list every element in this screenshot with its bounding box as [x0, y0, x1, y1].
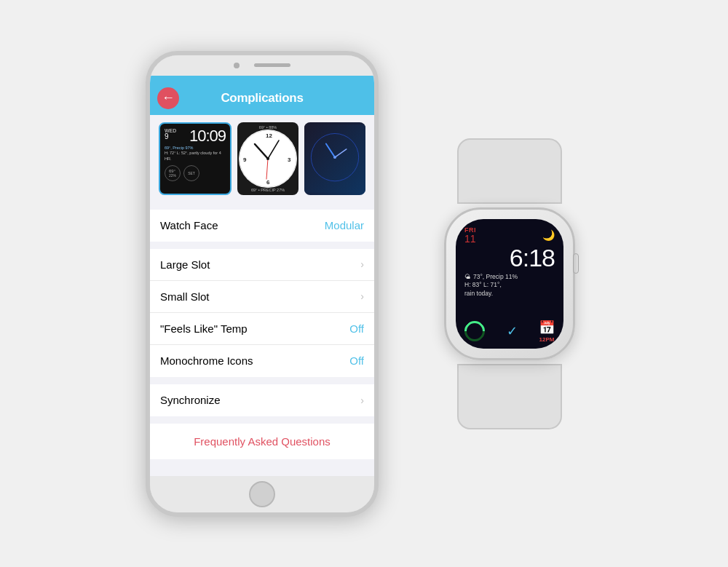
preview-time: 10:09 — [189, 128, 226, 144]
analog-clock-face: 12 3 6 9 — [239, 130, 297, 188]
watch-crown — [573, 253, 579, 274]
large-slot-label: Large Slot — [160, 258, 210, 271]
watch-preview-blue[interactable] — [304, 122, 365, 195]
watch-band-top — [457, 138, 562, 204]
scene: ← Complications WED 9 10:09 69°, — [0, 0, 728, 567]
monochrome-row[interactable]: Monochrome Icons Off — [150, 345, 374, 377]
faq-link[interactable]: Frequently Asked Questions — [194, 435, 331, 448]
complication-pct: 22% — [169, 173, 176, 178]
monochrome-value: Off — [349, 354, 364, 367]
watch-day-date: FRI 11 — [464, 226, 476, 244]
watch-moon-icon: 🌙 — [542, 229, 555, 241]
watch-band-bottom — [457, 364, 562, 429]
calendar-time: 12PM — [539, 336, 555, 343]
iphone-bottom-bar — [150, 476, 374, 512]
header-title: Complications — [221, 91, 303, 106]
svg-point-13 — [333, 156, 336, 159]
weather-icon: 🌤 — [464, 273, 471, 282]
calendar-icon: 📅 — [539, 320, 555, 336]
iphone-device: ← Complications WED 9 10:09 69°, — [146, 51, 379, 517]
feels-like-row[interactable]: "Feels Like" Temp Off — [150, 313, 374, 345]
section-gap-3 — [150, 377, 374, 384]
back-icon: ← — [162, 90, 175, 106]
header-top-strip — [150, 76, 374, 82]
complication-1: 69°22% — [165, 165, 181, 181]
preview-weather: 69°, Precip 97% H: 72° L: 52°, partly cl… — [165, 146, 226, 162]
preview-bottom: 69°22% SET — [165, 165, 226, 181]
watch-preview-modular[interactable]: WED 9 10:09 69°, Precip 97% H: 72° L: 52… — [159, 122, 232, 195]
watch-previews: WED 9 10:09 69°, Precip 97% H: 72° L: 52… — [150, 115, 374, 202]
weather-temp: 73°, Precip 11% — [473, 273, 518, 282]
watch-face-row[interactable]: Watch Face Modular — [150, 210, 374, 242]
app-header: ← Complications — [150, 82, 374, 115]
watch-face-label: Watch Face — [160, 219, 218, 231]
synchronize-chevron: › — [360, 394, 364, 406]
checkmark-icon: ✓ — [507, 323, 518, 339]
watch-weather-3: rain today. — [464, 290, 555, 298]
monochrome-label: Monochrome Icons — [160, 354, 253, 367]
svg-text:9: 9 — [243, 156, 247, 163]
section-gap-2 — [150, 242, 374, 249]
synchronize-label: Synchronize — [160, 394, 221, 406]
speaker-grille — [254, 63, 290, 67]
analog-temp-bottom: 69° • PRECIP 27% — [237, 188, 298, 192]
iphone-top-bar — [150, 55, 374, 76]
watch-case: FRI 11 🌙 6:18 🌤 73°, Precip 11% H: 83° L… — [444, 207, 575, 360]
watch-top-row: FRI 11 🌙 — [464, 226, 555, 244]
synchronize-row[interactable]: Synchronize › — [150, 384, 374, 416]
preview-weather-detail: H: 72° L: 52°, partly cloudy for 4 HR. — [165, 151, 226, 162]
watch-date: 11 — [464, 234, 476, 244]
watch-body: FRI 11 🌙 6:18 🌤 73°, Precip 11% H: 83° L… — [437, 197, 582, 371]
svg-text:12: 12 — [266, 132, 272, 139]
watch-bottom-row: ✓ 📅 12PM — [464, 320, 555, 343]
watch-preview-analog[interactable]: 69° • 88% 12 3 6 9 — [237, 122, 298, 195]
small-slot-row[interactable]: Small Slot › — [150, 281, 374, 313]
section-gap-1 — [150, 202, 374, 210]
complication-2: SET — [183, 165, 199, 181]
watch-screen: FRI 11 🌙 6:18 🌤 73°, Precip 11% H: 83° L… — [456, 219, 563, 349]
clock-svg: 12 3 6 9 — [239, 130, 297, 188]
iphone-screen: ← Complications WED 9 10:09 69°, — [150, 76, 374, 476]
small-slot-chevron: › — [360, 290, 364, 302]
apple-watch: FRI 11 🌙 6:18 🌤 73°, Precip 11% H: 83° L… — [437, 197, 582, 371]
activity-ring — [460, 317, 489, 346]
camera-dot — [234, 63, 240, 68]
screen-bottom-fill — [150, 459, 374, 476]
large-slot-row[interactable]: Large Slot › — [150, 249, 374, 281]
feels-like-label: "Feels Like" Temp — [160, 322, 248, 335]
watch-day: FRI — [464, 226, 476, 234]
feels-like-value: Off — [349, 322, 364, 335]
watch-weather-1: 🌤 73°, Precip 11% — [464, 273, 555, 282]
settings-section-1: Watch Face Modular — [150, 210, 374, 242]
small-slot-label: Small Slot — [160, 290, 210, 303]
blue-watch-svg — [304, 122, 365, 195]
svg-text:3: 3 — [288, 156, 291, 163]
calendar-complication: 📅 12PM — [539, 320, 555, 343]
settings-section-2: Large Slot › Small Slot › "Feels Like" T… — [150, 249, 374, 377]
back-button[interactable]: ← — [157, 87, 179, 109]
faq-section: Frequently Asked Questions — [150, 424, 374, 459]
watch-weather-2: H: 83° L: 71°, — [464, 281, 555, 290]
watch-face-value: Modular — [325, 219, 364, 231]
watch-time: 6:18 — [464, 245, 555, 270]
large-slot-chevron: › — [360, 258, 364, 270]
complication-set: SET — [188, 171, 195, 175]
home-button[interactable] — [249, 481, 275, 507]
section-gap-4 — [150, 416, 374, 424]
svg-point-8 — [266, 157, 269, 160]
svg-text:6: 6 — [266, 179, 270, 186]
preview-weather-line1: 69°, Precip 97% — [165, 146, 226, 151]
complication-temp: 69°22% — [169, 169, 176, 178]
preview-date: 9 — [165, 133, 176, 140]
settings-section-3: Synchronize › — [150, 384, 374, 416]
